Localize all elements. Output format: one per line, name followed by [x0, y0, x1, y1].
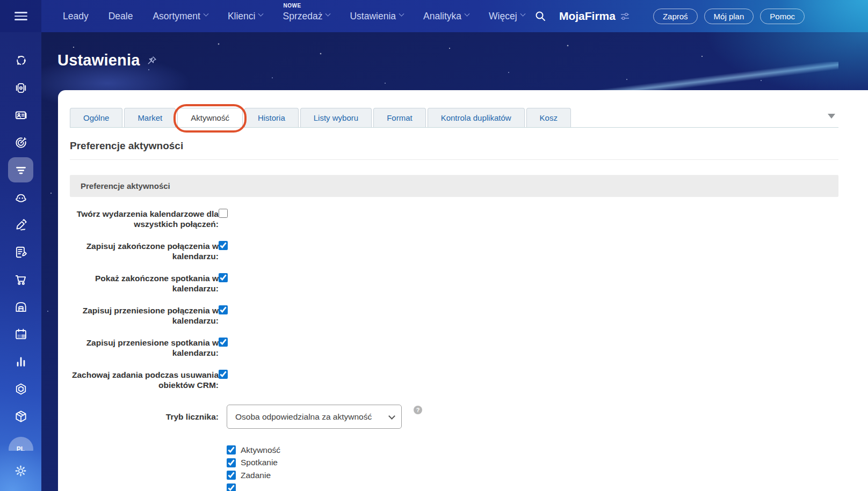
- heading-divider: [70, 159, 838, 160]
- help-icon[interactable]: ?: [414, 406, 422, 414]
- checkbox-save-completed-calls[interactable]: [219, 241, 228, 250]
- checkbox-show-completed-meetings[interactable]: [219, 273, 228, 282]
- tab-format[interactable]: Format: [373, 108, 426, 127]
- tab-market[interactable]: Market: [124, 108, 176, 127]
- form-label: Pokaż zakończone spotkania w kalendarzu:: [70, 273, 219, 294]
- list-item: Aktywność: [227, 444, 838, 457]
- nav-item-ustawienia[interactable]: Ustawienia: [350, 11, 403, 22]
- form-label: Zapisuj przeniesione połączenia w kalend…: [70, 305, 219, 326]
- checkbox-label: Aktywność: [241, 445, 280, 455]
- contact-card-icon[interactable]: [0, 101, 41, 129]
- signature-icon[interactable]: [0, 211, 41, 238]
- pin-icon[interactable]: [147, 55, 157, 66]
- checkbox-calendar-events-all-calls[interactable]: [219, 209, 228, 218]
- search-icon[interactable]: [534, 10, 546, 22]
- tabs-overflow-caret-icon[interactable]: [828, 114, 835, 119]
- target-icon[interactable]: [0, 129, 41, 156]
- topbar-right-group: MojaFirma Zaproś Mój plan Pomoc: [534, 9, 868, 24]
- camera-icon[interactable]: [0, 74, 41, 101]
- form-label: Zapisuj przeniesione spotkania w kalenda…: [70, 338, 219, 358]
- pl-badge[interactable]: PL: [0, 430, 41, 457]
- nav-item-klienci[interactable]: Klienci: [228, 11, 263, 22]
- bar-chart-icon[interactable]: [0, 348, 41, 375]
- checkbox-save-rescheduled-meetings[interactable]: [219, 338, 228, 347]
- main-menu-button[interactable]: [0, 0, 41, 32]
- document-edit-icon[interactable]: [0, 238, 41, 266]
- nav-item-analityka[interactable]: Analityka: [423, 11, 469, 22]
- nav-item-asortyment[interactable]: Asortyment: [153, 11, 208, 22]
- tab-kontrola-duplikatow[interactable]: Kontrola duplikatów: [428, 108, 525, 127]
- chevron-down-icon: [258, 11, 264, 17]
- checkbox-partial[interactable]: [227, 483, 236, 491]
- hamburger-icon: [15, 10, 27, 23]
- settings-tabs: Ogólne Market Aktywność Historia Listy w…: [70, 107, 838, 128]
- my-plan-button[interactable]: Mój plan: [704, 9, 754, 24]
- chevron-down-icon: [520, 11, 525, 17]
- left-sidebar: PL: [0, 32, 41, 491]
- package-icon[interactable]: [0, 402, 41, 430]
- content-heading: Preferencje aktywności: [70, 140, 838, 152]
- form-label: Twórz wydarzenia kalendarzowe dla wszyst…: [70, 209, 219, 229]
- chevron-down-icon: [465, 11, 470, 17]
- checkbox-label: Spotkanie: [241, 458, 278, 467]
- settings-card: Ogólne Market Aktywność Historia Listy w…: [58, 90, 868, 491]
- form-row: Twórz wydarzenia kalendarzowe dla wszyst…: [70, 209, 838, 229]
- nav-item-wiecej[interactable]: Więcej: [489, 11, 525, 22]
- chevron-down-icon: [203, 11, 208, 17]
- form-row: Zapisuj przeniesione spotkania w kalenda…: [70, 338, 838, 358]
- list-item: Zadanie: [227, 469, 838, 482]
- tab-listy-wyboru[interactable]: Listy wyboru: [300, 108, 372, 127]
- section-header: Preferencje aktywności: [70, 175, 838, 197]
- form-row: Zapisuj zakończone połączenia w kalendar…: [70, 241, 838, 261]
- page-title: Ustawienia: [57, 52, 140, 69]
- top-nav: Leady Deale Asortyment Klienci NOWE Sprz…: [63, 11, 525, 22]
- checkbox-spotkanie[interactable]: [227, 458, 236, 467]
- cart-icon[interactable]: [0, 266, 41, 293]
- form-label: Zapisuj zakończone połączenia w kalendar…: [70, 241, 219, 261]
- nav-item-sprzedaz[interactable]: NOWE Sprzedaż: [283, 11, 330, 22]
- warehouse-icon[interactable]: [0, 293, 41, 320]
- nav-item-leady[interactable]: Leady: [63, 11, 89, 22]
- tab-aktywnosc[interactable]: Aktywność: [177, 108, 243, 127]
- checkbox-zadanie[interactable]: [227, 471, 236, 480]
- hexagon-icon[interactable]: [0, 375, 41, 402]
- chevron-down-icon: [326, 11, 331, 17]
- new-badge: NOWE: [283, 3, 301, 9]
- activity-type-list: Aktywność Spotkanie Zadanie: [227, 444, 838, 491]
- form-row: Zachowaj zadania podczas usuwania obiekt…: [70, 370, 838, 390]
- counter-mode-select[interactable]: Osoba odpowiedzialna za aktywność: [227, 405, 402, 429]
- robot-icon[interactable]: [0, 184, 41, 211]
- form-row: Pokaż zakończone spotkania w kalendarzu:: [70, 273, 838, 294]
- settings-gear-icon[interactable]: [0, 457, 41, 485]
- tab-kosz[interactable]: Kosz: [526, 108, 571, 127]
- checkbox-label: Zadanie: [241, 471, 271, 480]
- tab-ogolne[interactable]: Ogólne: [70, 108, 122, 127]
- sliders-icon: [620, 12, 630, 20]
- network-icon[interactable]: [0, 47, 41, 74]
- list-item-partially-visible: [227, 482, 838, 491]
- form-label: Zachowaj zadania podczas usuwania obiekt…: [70, 370, 219, 390]
- checkbox-aktywnosc[interactable]: [227, 445, 236, 455]
- checkbox-save-rescheduled-calls[interactable]: [219, 305, 228, 314]
- calendar-icon[interactable]: [0, 320, 41, 348]
- pl-badge-label: PL: [9, 437, 33, 451]
- list-item: Spotkanie: [227, 457, 838, 470]
- counter-mode-row: Tryb licznika: Osoba odpowiedzialna za a…: [70, 405, 838, 429]
- funnel-icon-active[interactable]: [0, 156, 41, 184]
- help-button[interactable]: Pomoc: [760, 9, 805, 24]
- company-name[interactable]: MojaFirma: [559, 10, 630, 23]
- chevron-down-icon: [399, 11, 404, 17]
- invite-button[interactable]: Zaproś: [653, 9, 698, 24]
- checkbox-keep-tasks-on-delete[interactable]: [219, 370, 228, 379]
- tab-historia[interactable]: Historia: [244, 108, 299, 127]
- nav-item-deale[interactable]: Deale: [108, 11, 133, 22]
- form-row: Zapisuj przeniesione połączenia w kalend…: [70, 305, 838, 326]
- counter-mode-label: Tryb licznika:: [70, 412, 219, 422]
- top-bar: Leady Deale Asortyment Klienci NOWE Sprz…: [0, 0, 868, 32]
